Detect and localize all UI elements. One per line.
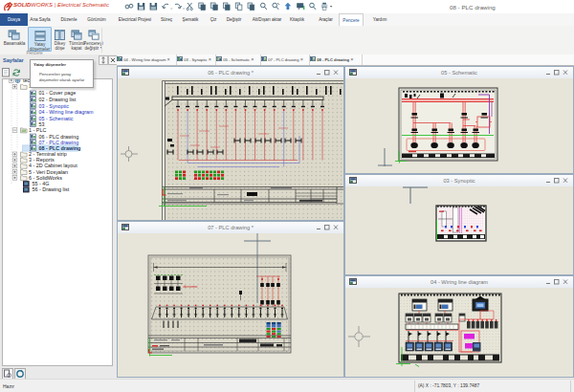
svg-text:3 - Reports: 3 - Reports <box>29 157 55 163</box>
svg-text:04 - Wiring line diagram: 04 - Wiring line diagram <box>39 109 94 115</box>
svg-text:01 - Cover page: 01 - Cover page <box>39 90 77 96</box>
svg-text:07 - PLC drawing: 07 - PLC drawing <box>39 140 79 145</box>
svg-text:06 - PLC drawing: 06 - PLC drawing <box>39 134 79 140</box>
svg-text:55 - 4G: 55 - 4G <box>33 181 50 186</box>
svg-text:56 - Drawing list: 56 - Drawing list <box>33 186 70 192</box>
svg-text:03 - Synoptic: 03 - Synoptic <box>39 103 70 109</box>
svg-text:deneme: deneme <box>184 284 199 289</box>
svg-text:53: 53 <box>39 121 45 127</box>
svg-text:08 - PLC drawing: 08 - PLC drawing <box>39 145 81 151</box>
svg-text:1 - PLC: 1 - PLC <box>29 127 46 133</box>
svg-text:02 - Drawing list: 02 - Drawing list <box>39 97 77 102</box>
svg-text:4 - 2D Cabinet layout: 4 - 2D Cabinet layout <box>29 163 77 168</box>
svg-text:5 - Veri Dosyaları: 5 - Veri Dosyaları <box>29 169 68 175</box>
svg-text:6 - SolidWorks: 6 - SolidWorks <box>29 175 62 181</box>
